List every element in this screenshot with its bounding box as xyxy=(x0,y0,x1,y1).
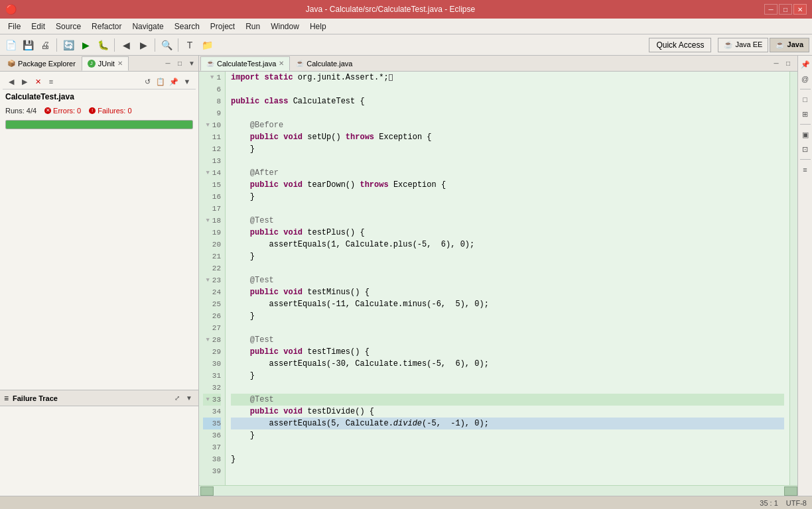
panel-tab-controls: ─ □ ▼ xyxy=(163,58,197,69)
open-resource-button[interactable]: 📁 xyxy=(199,37,215,53)
sidebar-btn-6[interactable]: ⊡ xyxy=(799,143,811,155)
panel-viewmenu-btn[interactable]: ▼ xyxy=(186,58,197,69)
debug-button[interactable]: 🐛 xyxy=(95,37,111,53)
fold-14[interactable]: ▼ xyxy=(206,167,209,179)
code-line-17 xyxy=(231,203,784,215)
panel-maximize-btn[interactable]: □ xyxy=(174,58,185,69)
scroll-left-btn[interactable] xyxy=(200,486,214,496)
fold-1[interactable]: ▼ xyxy=(210,72,214,84)
code-line-18: @Test xyxy=(231,215,784,227)
maximize-button[interactable]: □ xyxy=(779,4,792,15)
menu-navigate[interactable]: Navigate xyxy=(127,21,169,32)
code-line-10: @Before xyxy=(231,119,784,131)
sidebar-btn-7[interactable]: ≡ xyxy=(799,164,811,176)
sidebar-btn-1[interactable]: 📌 xyxy=(799,58,811,70)
search-button[interactable]: 🔍 xyxy=(159,37,174,53)
sidebar-btn-5[interactable]: ▣ xyxy=(799,129,811,141)
quick-access-button[interactable]: Quick Access xyxy=(649,38,711,52)
scroll-right-btn[interactable] xyxy=(784,486,797,496)
sidebar-btn-2[interactable]: @ xyxy=(799,73,811,85)
failure-trace-menu-btn[interactable]: ▼ xyxy=(184,393,194,404)
menu-help[interactable]: Help xyxy=(304,21,332,32)
menu-refactor[interactable]: Refactor xyxy=(86,21,127,32)
horizontal-scrollbar[interactable] xyxy=(199,485,797,496)
fold-33[interactable]: ▼ xyxy=(206,394,209,406)
editor-maximize-btn[interactable]: □ xyxy=(783,58,793,69)
fold-23[interactable]: ▼ xyxy=(206,274,209,286)
line-num-19: 19 xyxy=(203,227,221,239)
perspective-java[interactable]: ☕ Java xyxy=(770,38,809,52)
forward-button[interactable]: ▶ xyxy=(135,37,151,53)
menu-search[interactable]: Search xyxy=(169,21,205,32)
app-icon: 🔴 xyxy=(5,4,17,15)
fold-10[interactable]: ▼ xyxy=(206,119,209,131)
errors-label: Errors: xyxy=(53,107,75,115)
code-line-28: @Test xyxy=(231,334,784,346)
open-type-button[interactable]: T xyxy=(182,37,198,53)
menu-source[interactable]: Source xyxy=(50,21,86,32)
junit-tab-close[interactable]: ✕ xyxy=(117,60,123,67)
line-num-12: 12 xyxy=(203,143,221,155)
runs-label: Runs: xyxy=(5,107,25,115)
refresh-button[interactable]: 🔄 xyxy=(60,37,76,53)
code-line-26: } xyxy=(231,310,784,322)
line-num-15: 15 xyxy=(203,179,221,191)
code-line-25: assertEquals(-11, Calculate.minus(-6, 5)… xyxy=(231,298,784,310)
code-line-37 xyxy=(231,441,784,453)
line-num-39: 39 xyxy=(203,465,221,477)
editor-tab-calculatetest[interactable]: ☕ CalculateTest.java ✕ xyxy=(200,56,290,71)
java-file-icon-1: ☕ xyxy=(206,60,214,67)
junit-view-menu-btn[interactable]: ▼ xyxy=(181,76,193,87)
toolbar-sep-2 xyxy=(114,38,115,52)
code-editor[interactable]: ▼1 6 8 9 ▼10 11 12 13 ▼14 15 16 17 ▼18 1… xyxy=(199,72,797,485)
pin-btn[interactable]: 📌 xyxy=(168,76,180,87)
failures-value: 0 xyxy=(127,107,131,115)
show-all-btn[interactable]: ≡ xyxy=(45,76,57,87)
junit-tab-label: JUnit xyxy=(98,60,115,68)
new-button[interactable]: 📄 xyxy=(3,37,19,53)
line-num-14: ▼14 xyxy=(203,167,221,179)
failure-trace-expand-btn[interactable]: ⤢ xyxy=(172,393,182,404)
rerun-btn[interactable]: ↺ xyxy=(141,76,153,87)
prev-failure-btn[interactable]: ◀ xyxy=(5,76,17,87)
panel-minimize-btn[interactable]: ─ xyxy=(163,58,173,69)
history-btn[interactable]: 📋 xyxy=(155,76,167,87)
toolbar-sep-1 xyxy=(56,38,57,52)
next-failure-btn[interactable]: ▶ xyxy=(19,76,31,87)
failure-trace-content xyxy=(0,406,198,412)
sidebar-sep-1 xyxy=(800,89,811,89)
package-explorer-icon: 📦 xyxy=(7,60,15,67)
code-line-8: public class CalculateTest { xyxy=(231,95,784,107)
tab-junit[interactable]: J JUnit ✕ xyxy=(82,56,129,71)
show-failures-btn[interactable]: ✕ xyxy=(32,76,44,87)
menu-run[interactable]: Run xyxy=(240,21,265,32)
minimize-button[interactable]: ─ xyxy=(764,4,778,15)
code-line-27 xyxy=(231,322,784,334)
menu-file[interactable]: File xyxy=(3,21,26,32)
editor-tab-calculate[interactable]: ☕ Calculate.java xyxy=(290,56,358,71)
editor-tab-close-1[interactable]: ✕ xyxy=(279,60,284,67)
back-button[interactable]: ◀ xyxy=(118,37,134,53)
code-line-30: assertEquals(-30, Calculate.times(-5, 6)… xyxy=(231,358,784,370)
tab-package-explorer[interactable]: 📦 Package Explorer xyxy=(1,56,82,71)
line-num-24: 24 xyxy=(203,286,221,298)
line-num-35: 35 xyxy=(203,418,221,429)
fold-28[interactable]: ▼ xyxy=(206,334,209,346)
print-button[interactable]: 🖨 xyxy=(37,37,53,53)
fold-18[interactable]: ▼ xyxy=(206,215,209,227)
perspective-javaee[interactable]: ☕ Java EE xyxy=(718,38,768,52)
run-button[interactable]: ▶ xyxy=(78,37,94,53)
editor-minimize-btn[interactable]: ─ xyxy=(771,58,781,69)
line-num-6: 6 xyxy=(203,84,221,95)
menu-window[interactable]: Window xyxy=(265,21,304,32)
line-num-9: 9 xyxy=(203,107,221,119)
menu-edit[interactable]: Edit xyxy=(26,21,50,32)
line-num-34: 34 xyxy=(203,406,221,418)
save-button[interactable]: 💾 xyxy=(20,37,36,53)
left-panel: 📦 Package Explorer J JUnit ✕ ─ □ ▼ ◀ ▶ ✕… xyxy=(0,56,199,496)
sidebar-btn-3[interactable]: □ xyxy=(799,93,811,105)
menu-project[interactable]: Project xyxy=(205,21,240,32)
sidebar-btn-4[interactable]: ⊞ xyxy=(799,108,811,120)
code-line-13 xyxy=(231,155,784,167)
close-button[interactable]: ✕ xyxy=(793,4,807,15)
